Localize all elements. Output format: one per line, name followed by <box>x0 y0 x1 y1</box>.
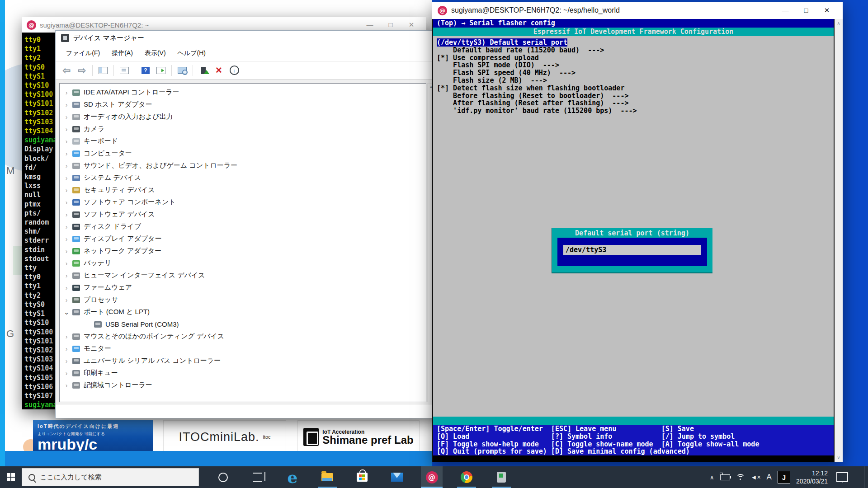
store-taskbar-button[interactable] <box>351 466 373 488</box>
chevron-collapsed-icon[interactable]: › <box>62 357 71 365</box>
edge-taskbar-button[interactable]: e <box>282 466 303 488</box>
device-tree-row[interactable]: ›ディスプレイ アダプター <box>62 233 426 245</box>
mail-taskbar-button[interactable] <box>386 466 408 488</box>
taskbar-search-input[interactable]: ここに入力して検索 <box>22 468 199 486</box>
menuconfig-item[interactable]: Flash size (2 MB) ---> <box>437 77 637 84</box>
uninstall-toolbar-icon[interactable]: ✕ <box>212 65 225 76</box>
menuconfig-item[interactable]: Default baud rate (115200 baud) ---> <box>437 47 637 54</box>
chrome-taskbar-button[interactable] <box>456 466 477 488</box>
doc-toolbar-icon[interactable] <box>118 65 131 76</box>
device-tree-row[interactable]: ›ソフトウェア コンポーネント <box>62 196 426 208</box>
close-button[interactable]: ✕ <box>816 6 837 14</box>
device-tree-row[interactable]: ›モニター <box>62 343 426 355</box>
show-desktop-button[interactable] <box>864 466 864 488</box>
chevron-collapsed-icon[interactable]: › <box>62 211 71 218</box>
chevron-collapsed-icon[interactable]: › <box>62 370 71 377</box>
disable-toolbar-icon[interactable]: ↓ <box>228 65 241 76</box>
scan-toolbar-icon[interactable] <box>176 65 189 76</box>
ime-mode-badge[interactable]: J <box>778 471 790 483</box>
maximize-button[interactable]: □ <box>796 6 816 14</box>
action-center-icon[interactable] <box>836 472 848 482</box>
menuconfig-item[interactable]: [*] Use compressed upload <box>437 54 637 62</box>
device-tree-row[interactable]: ›印刷キュー <box>62 367 426 379</box>
device-tree-row[interactable]: ›ネットワーク アダプター <box>62 245 426 257</box>
chevron-collapsed-icon[interactable]: › <box>62 284 71 291</box>
chevron-collapsed-icon[interactable]: › <box>62 223 71 230</box>
menuconfig-item[interactable]: Flash SPI speed (40 MHz) ---> <box>437 69 637 77</box>
chevron-collapsed-icon[interactable]: › <box>62 138 71 145</box>
device-tree-row[interactable]: ›IDE ATA/ATAPI コントローラー <box>62 86 426 99</box>
device-tree-row[interactable]: ⌄ポート (COM と LPT) <box>62 306 426 318</box>
volume-muted-icon[interactable]: ◄× <box>751 474 761 481</box>
panel-toolbar-icon[interactable] <box>97 65 109 76</box>
forward-toolbar-icon[interactable]: ⇨ <box>75 65 88 76</box>
chevron-collapsed-icon[interactable]: › <box>62 150 71 157</box>
device-tree-row[interactable]: ›ソフトウェア デバイス <box>62 208 426 221</box>
menuconfig-titlebar[interactable]: @ sugiyama@DESKTOP-EN6H7Q2: ~/esp/hello_… <box>432 2 843 19</box>
update-toolbar-icon[interactable] <box>197 65 210 76</box>
device-tree-row[interactable]: USB Serial Port (COM3) <box>62 318 426 330</box>
chevron-collapsed-icon[interactable]: › <box>62 126 71 133</box>
maximize-button[interactable]: □ <box>380 21 401 29</box>
file-explorer-taskbar-button[interactable] <box>316 466 338 488</box>
device-tree-row[interactable]: ›セキュリティ デバイス <box>62 184 426 196</box>
help-toolbar-icon[interactable]: ? <box>139 65 152 76</box>
battery-icon[interactable] <box>720 474 730 480</box>
device-manager-titlebar[interactable]: デバイス マネージャー <box>56 31 480 45</box>
chevron-collapsed-icon[interactable]: › <box>62 199 71 206</box>
chevron-collapsed-icon[interactable]: › <box>62 248 71 255</box>
menu-item-1[interactable]: 操作(A) <box>106 49 139 57</box>
chevron-collapsed-icon[interactable]: › <box>62 174 71 182</box>
device-tree-row[interactable]: ›サウンド、ビデオ、およびゲーム コントローラー <box>62 160 426 172</box>
device-tree-row[interactable]: ›システム デバイス <box>62 172 426 184</box>
device-tree-row[interactable]: ›ディスク ドライブ <box>62 221 426 233</box>
back-toolbar-icon[interactable]: ⇦ <box>60 65 73 76</box>
wifi-icon[interactable] <box>736 474 745 480</box>
chevron-collapsed-icon[interactable]: › <box>62 296 71 304</box>
terminal-scrollbar[interactable]: ∧∨ <box>835 19 843 462</box>
chevron-collapsed-icon[interactable]: › <box>62 260 71 267</box>
clock[interactable]: 12:12 2020/03/21 <box>796 469 828 485</box>
chevron-expanded-icon[interactable]: ⌄ <box>62 309 71 316</box>
menu-item-3[interactable]: ヘルプ(H) <box>172 49 212 57</box>
start-button[interactable] <box>0 466 22 488</box>
chevron-collapsed-icon[interactable]: › <box>62 333 71 340</box>
cortana-taskbar-button[interactable] <box>212 466 234 488</box>
menuconfig-item[interactable]: [*] Detect flash size when flashing boot… <box>437 84 637 92</box>
close-button[interactable]: ✕ <box>401 21 422 29</box>
chevron-collapsed-icon[interactable]: › <box>62 162 71 169</box>
menuconfig-item[interactable]: Flash SPI mode (DIO) ---> <box>437 61 637 69</box>
menu-item-0[interactable]: ファイル(F) <box>60 49 106 57</box>
scroll-down-icon[interactable]: ∨ <box>837 455 840 460</box>
debian-terminal-taskbar-button[interactable]: @ <box>421 466 443 488</box>
device-tree-row[interactable]: ›記憶域コントローラー <box>62 379 426 391</box>
device-tree-row[interactable]: ›ヒューマン インターフェイス デバイス <box>62 269 426 282</box>
minimize-button[interactable]: — <box>775 6 796 14</box>
chevron-collapsed-icon[interactable]: › <box>62 272 71 279</box>
chevron-collapsed-icon[interactable]: › <box>62 345 71 352</box>
console-toolbar-icon[interactable] <box>155 65 167 76</box>
chevron-collapsed-icon[interactable]: › <box>62 187 71 194</box>
device-tree-row[interactable]: ›キーボード <box>62 135 426 147</box>
tray-expand-icon[interactable]: ∧ <box>710 474 714 481</box>
device-tree-row[interactable]: ›ファームウェア <box>62 282 426 294</box>
device-tree-row[interactable]: ›コンピューター <box>62 147 426 160</box>
chevron-collapsed-icon[interactable]: › <box>62 382 71 389</box>
device-tree-row[interactable]: ›プロセッサ <box>62 294 426 306</box>
chevron-collapsed-icon[interactable]: › <box>62 235 71 243</box>
chevron-collapsed-icon[interactable]: › <box>62 113 71 121</box>
device-tree-row[interactable]: ›ユニバーサル シリアル バス コントローラー <box>62 355 426 367</box>
device-tree-row[interactable]: ›SD ホスト アダプター <box>62 99 426 111</box>
menu-item-2[interactable]: 表示(V) <box>139 49 172 57</box>
chevron-collapsed-icon[interactable]: › <box>62 89 71 96</box>
minimize-button[interactable]: — <box>359 21 380 29</box>
device-manager-taskbar-button[interactable] <box>491 466 512 488</box>
chevron-collapsed-icon[interactable]: › <box>62 101 71 108</box>
serial-port-input[interactable]: /dev/ttyS3 <box>563 245 701 255</box>
device-tree-row[interactable]: ›マウスとそのほかのポインティング デバイス <box>62 330 426 343</box>
device-tree-row[interactable]: ›オーディオの入力および出力 <box>62 111 426 123</box>
device-tree-row[interactable]: ›バッテリ <box>62 257 426 269</box>
menuconfig-item-selected[interactable]: (/dev/ttyS3) Default serial port <box>437 39 637 47</box>
task-view-taskbar-button[interactable] <box>247 466 269 488</box>
menuconfig-item[interactable]: After flashing (Reset after flashing) --… <box>437 99 637 107</box>
